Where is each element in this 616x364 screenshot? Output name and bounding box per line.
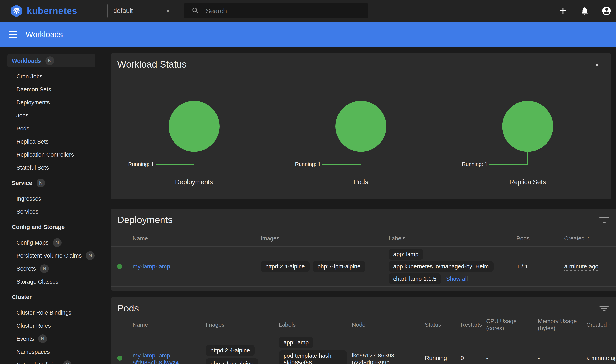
sidebar-item-deployments[interactable]: Deployments <box>7 96 95 109</box>
sidebar-item-config-and-storage[interactable]: Config and Storage <box>7 221 95 234</box>
new-badge: N <box>45 56 54 65</box>
label-chip: pod-template-hash: 5fd985cf68 <box>279 350 347 364</box>
created-ago: a minute ago <box>586 355 616 362</box>
column-header-name[interactable]: Name <box>133 235 261 242</box>
search-bar <box>183 3 368 18</box>
brand-text: kubernetes <box>27 6 77 16</box>
pie-annotation: Running: 1 <box>128 161 154 167</box>
column-header-labels[interactable]: Labels <box>389 235 516 242</box>
column-header-memory[interactable]: Memory Usage (bytes) <box>538 318 586 332</box>
image-chip: httpd:2.4-alpine <box>206 345 255 356</box>
workload-status-title: Workload Status <box>111 53 611 70</box>
add-resource-icon[interactable]: + <box>558 5 568 17</box>
deployment-table-row: my-lamp-lamp httpd:2.4-alpine php:7-fpm-… <box>111 247 616 287</box>
column-header-created[interactable]: Created↑ <box>586 321 616 328</box>
column-header-restarts[interactable]: Restarts <box>461 321 486 328</box>
new-badge: N <box>53 238 62 247</box>
pods-card: Pods Name Images Labels Node Status Rest… <box>111 297 616 364</box>
label-chip: app.kubernetes.io/managed-by: Helm <box>389 261 494 272</box>
collapse-card-icon[interactable]: ▲ <box>594 61 600 67</box>
new-badge: N <box>86 251 95 260</box>
pod-status: Running <box>425 335 461 362</box>
sidebar-item-network-policies[interactable]: Network PoliciesN <box>7 358 95 364</box>
pod-name-link[interactable]: my-lamp-lamp-5fd985cf68-jwvz4 <box>133 352 179 364</box>
page-header-bar: Workloads <box>0 22 616 47</box>
pie-annotation: Running: 1 <box>462 161 488 167</box>
sidebar-item-namespaces[interactable]: Namespaces <box>7 345 95 358</box>
status-ok-icon <box>117 355 122 361</box>
sidebar-item-replication-controllers[interactable]: Replication Controllers <box>7 148 95 161</box>
namespace-value: default <box>113 7 166 15</box>
pod-table-row: my-lamp-lamp-5fd985cf68-jwvz4 httpd:2.4-… <box>111 335 616 364</box>
namespace-selector[interactable]: default ▾ <box>107 3 175 18</box>
column-header-cpu[interactable]: CPU Usage (cores) <box>486 318 538 332</box>
sidebar-item-cluster-roles[interactable]: Cluster Roles <box>7 319 95 332</box>
new-badge: N <box>37 179 45 187</box>
column-header-status[interactable]: Status <box>425 321 461 328</box>
sidebar-item-config-maps[interactable]: Config MapsN <box>7 236 95 249</box>
pie-chart-replica-sets: Running: 1 Replica Sets <box>444 101 611 190</box>
filter-icon[interactable] <box>599 306 609 311</box>
sidebar-item-daemon-sets[interactable]: Daemon Sets <box>7 83 95 96</box>
sort-ascending-icon: ↑ <box>609 321 612 328</box>
search-icon <box>192 7 200 15</box>
sidebar-item-cluster-role-bindings[interactable]: Cluster Role Bindings <box>7 306 95 319</box>
pie-chart-pods: Running: 1 Pods <box>277 101 444 190</box>
sidebar-item-jobs[interactable]: Jobs <box>7 109 95 122</box>
sidebar-item-replica-sets[interactable]: Replica Sets <box>7 135 95 148</box>
sort-ascending-icon: ↑ <box>587 235 590 242</box>
column-header-images[interactable]: Images <box>206 321 279 328</box>
menu-icon[interactable] <box>9 31 17 38</box>
column-header-created[interactable]: Created↑ <box>564 235 616 242</box>
pie-slice-running <box>502 101 553 152</box>
status-ok-icon <box>117 264 122 269</box>
deployments-table-header: Name Images Labels Pods Created↑ <box>111 231 616 247</box>
label-chip: app: lamp <box>279 337 313 348</box>
search-input[interactable] <box>206 7 368 15</box>
sidebar-nav: WorkloadsN Cron Jobs Daemon Sets Deploym… <box>0 47 105 364</box>
new-badge: N <box>40 264 49 273</box>
sidebar-item-cron-jobs[interactable]: Cron Jobs <box>7 70 95 83</box>
pod-restarts: 0 <box>461 335 486 362</box>
image-chip: php:7-fpm-alpine <box>206 358 258 364</box>
sidebar-item-persistent-volume-claims[interactable]: Persistent Volume ClaimsN <box>7 249 95 262</box>
pods-table-header: Name Images Labels Node Status Restarts … <box>111 315 616 335</box>
filter-icon[interactable] <box>599 217 609 223</box>
topbar-actions: + <box>558 0 612 22</box>
created-ago: a minute ago <box>564 263 598 271</box>
column-header-labels[interactable]: Labels <box>279 321 352 328</box>
sidebar-item-services[interactable]: Services <box>7 205 95 218</box>
account-avatar-icon[interactable] <box>601 6 612 16</box>
new-badge: N <box>63 361 72 364</box>
column-header-pods[interactable]: Pods <box>516 235 564 242</box>
pie-annotation: Running: 1 <box>295 161 321 167</box>
sidebar-item-service[interactable]: ServiceN <box>7 176 95 190</box>
image-chip: httpd:2.4-alpine <box>261 261 310 272</box>
sidebar-item-cluster[interactable]: Cluster <box>7 291 95 304</box>
sidebar-item-events[interactable]: EventsN <box>7 332 95 345</box>
column-header-name[interactable]: Name <box>133 321 206 328</box>
column-header-images[interactable]: Images <box>261 235 389 242</box>
deployment-name-link[interactable]: my-lamp-lamp <box>133 263 170 270</box>
label-chip: app: lamp <box>389 249 423 260</box>
pie-chart-title: Pods <box>277 178 444 186</box>
pod-cpu-usage: - <box>486 335 538 362</box>
brand[interactable]: ☸ kubernetes <box>10 0 77 22</box>
column-header-node[interactable]: Node <box>352 321 425 328</box>
sidebar-item-secrets[interactable]: SecretsN <box>7 262 95 275</box>
page-title: Workloads <box>26 30 63 39</box>
show-all-link[interactable]: Show all <box>446 275 468 282</box>
sidebar-item-ingresses[interactable]: Ingresses <box>7 192 95 205</box>
notifications-bell-icon[interactable] <box>580 6 590 16</box>
pie-slice-running <box>335 101 386 152</box>
sidebar-item-workloads[interactable]: WorkloadsN <box>7 54 95 67</box>
sidebar-item-stateful-sets[interactable]: Stateful Sets <box>7 161 95 174</box>
sidebar-item-storage-classes[interactable]: Storage Classes <box>7 275 95 288</box>
chevron-down-icon: ▾ <box>166 8 170 14</box>
pie-chart-title: Deployments <box>111 178 277 186</box>
image-chip: php:7-fpm-alpine <box>313 261 365 272</box>
new-badge: N <box>38 334 47 343</box>
sidebar-item-pods[interactable]: Pods <box>7 122 95 135</box>
app-top-bar: ☸ kubernetes default ▾ + <box>0 0 616 22</box>
pie-slice-running <box>169 101 220 152</box>
